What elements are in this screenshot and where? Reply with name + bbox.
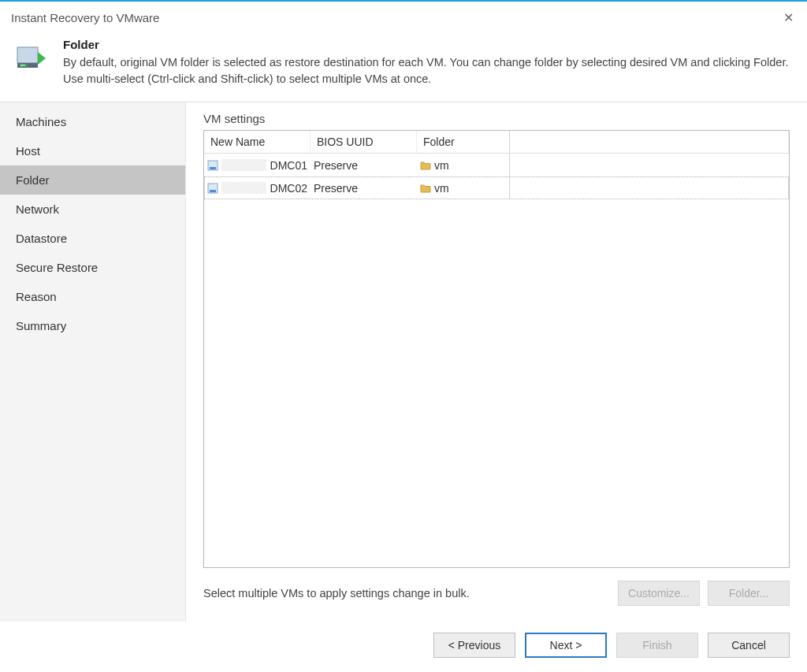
cancel-button[interactable]: Cancel: [708, 633, 790, 658]
table-body: DMC01 Preserve vm DMC02 Preserve: [204, 154, 789, 567]
svg-text:vm: vm: [20, 63, 25, 67]
col-header-folder[interactable]: Folder: [417, 131, 510, 153]
wizard-body: Machines Host Folder Network Datastore S…: [0, 102, 807, 622]
table-row[interactable]: DMC02 Preserve vm: [204, 176, 789, 199]
sidebar-item-reason[interactable]: Reason: [0, 282, 185, 311]
header-title: Folder: [63, 38, 794, 51]
main-panel: VM settings New Name BIOS UUID Folder DM…: [186, 102, 807, 622]
vm-icon: [207, 160, 218, 171]
cell-name: DMC02: [204, 176, 311, 199]
col-header-bios[interactable]: BIOS UUID: [311, 131, 417, 153]
sidebar-item-datastore[interactable]: Datastore: [0, 224, 185, 253]
sidebar-item-machines[interactable]: Machines: [0, 107, 185, 136]
folder-name: vm: [434, 159, 449, 172]
wizard-footer: < Previous Next > Finish Cancel: [0, 622, 807, 672]
name-suffix: DMC02: [270, 182, 307, 195]
sidebar-item-summary[interactable]: Summary: [0, 311, 185, 340]
col-header-rest: [510, 131, 789, 153]
cell-name: DMC01: [204, 154, 311, 176]
header-description: By default, original VM folder is select…: [63, 54, 794, 87]
svg-rect-5: [210, 167, 216, 169]
bulk-hint: Select multiple VMs to apply settings ch…: [203, 587, 470, 600]
wizard-header: vm Folder By default, original VM folder…: [0, 32, 807, 102]
cell-folder: vm: [417, 154, 510, 176]
titlebar: Instant Recovery to VMware ✕: [0, 2, 807, 32]
finish-button[interactable]: Finish: [616, 633, 698, 658]
vm-settings-table: New Name BIOS UUID Folder DMC01 Preserve…: [203, 130, 790, 568]
below-table-row: Select multiple VMs to apply settings ch…: [203, 568, 790, 622]
sidebar-item-secure-restore[interactable]: Secure Restore: [0, 253, 185, 282]
redacted-prefix: [221, 182, 266, 194]
next-button[interactable]: Next >: [525, 633, 607, 658]
svg-rect-7: [210, 190, 216, 192]
header-text: Folder By default, original VM folder is…: [63, 38, 794, 87]
cell-folder: vm: [417, 176, 510, 199]
customize-button[interactable]: Customize...: [618, 581, 700, 606]
cell-bios: Preserve: [311, 176, 417, 199]
table-header: New Name BIOS UUID Folder: [204, 131, 789, 154]
svg-rect-0: [17, 47, 38, 63]
cell-bios: Preserve: [311, 154, 417, 176]
section-label: VM settings: [203, 112, 790, 125]
wizard-sidebar: Machines Host Folder Network Datastore S…: [0, 102, 186, 622]
col-header-name[interactable]: New Name: [204, 131, 311, 153]
folder-name: vm: [434, 182, 449, 195]
close-icon[interactable]: ✕: [779, 8, 798, 27]
sidebar-item-host[interactable]: Host: [0, 136, 185, 165]
previous-button[interactable]: < Previous: [433, 633, 515, 658]
folder-icon: [420, 184, 431, 193]
table-buttons: Customize... Folder...: [618, 581, 790, 606]
folder-icon: [420, 161, 431, 170]
name-suffix: DMC01: [270, 159, 307, 172]
sidebar-item-folder[interactable]: Folder: [0, 165, 185, 195]
redacted-prefix: [221, 159, 266, 171]
vm-restore-icon: vm: [13, 38, 50, 76]
window-title: Instant Recovery to VMware: [11, 11, 159, 24]
folder-button[interactable]: Folder...: [708, 581, 790, 606]
vm-icon: [207, 183, 218, 194]
table-row[interactable]: DMC01 Preserve vm: [204, 154, 789, 176]
sidebar-item-network[interactable]: Network: [0, 195, 185, 224]
